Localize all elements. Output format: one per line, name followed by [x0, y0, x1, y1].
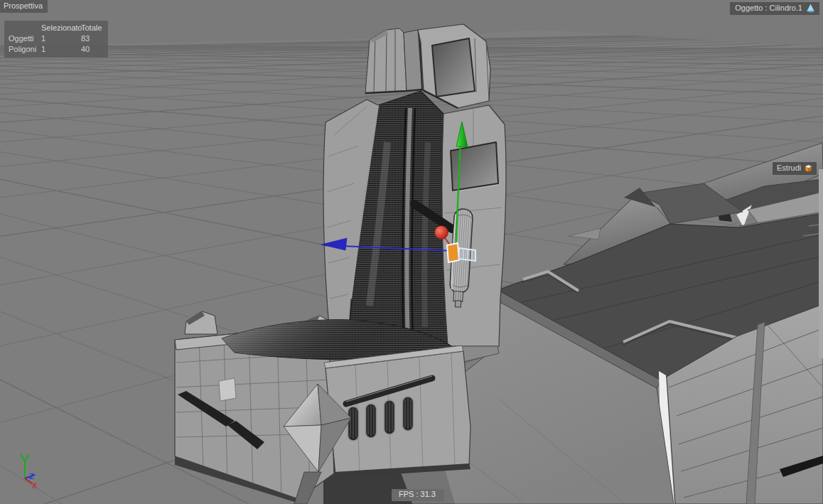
extrude-cube-icon [804, 163, 813, 173]
x-axis-label: X [32, 481, 38, 490]
tool-hint-text: Estrudi [777, 163, 801, 173]
active-object-text: Oggetto : Cilindro.1 [735, 4, 802, 13]
stats-col-selected: Selezionato [41, 23, 81, 33]
active-object-label: Oggetto : Cilindro.1 [730, 2, 819, 15]
z-axis-label: Z [29, 472, 34, 481]
cylinder-cone-icon [806, 4, 815, 13]
fps-counter: FPS : 31.3 [392, 489, 444, 501]
view-mode-label[interactable]: Prospettiva [0, 0, 48, 13]
tool-hint-label: Estrudi [773, 162, 817, 175]
stats-row-polygons-total: 40 [81, 45, 102, 54]
selection-stats-panel: Selezionato Totale Oggetti 1 83 Poligoni… [4, 21, 108, 58]
stats-row-objects-selected: 1 [41, 34, 81, 43]
viewport-3d[interactable]: Z X Prospettiva Selezionato Totale Ogget… [0, 0, 823, 504]
stats-row-objects-label: Oggetti [9, 34, 41, 43]
scene-canvas[interactable]: Z X [0, 0, 823, 504]
stats-row-polygons-label: Poligoni [9, 45, 41, 54]
stats-row-polygons-selected: 1 [41, 45, 81, 54]
stats-col-total: Totale [81, 23, 102, 33]
stats-row-objects-total: 83 [81, 34, 102, 43]
